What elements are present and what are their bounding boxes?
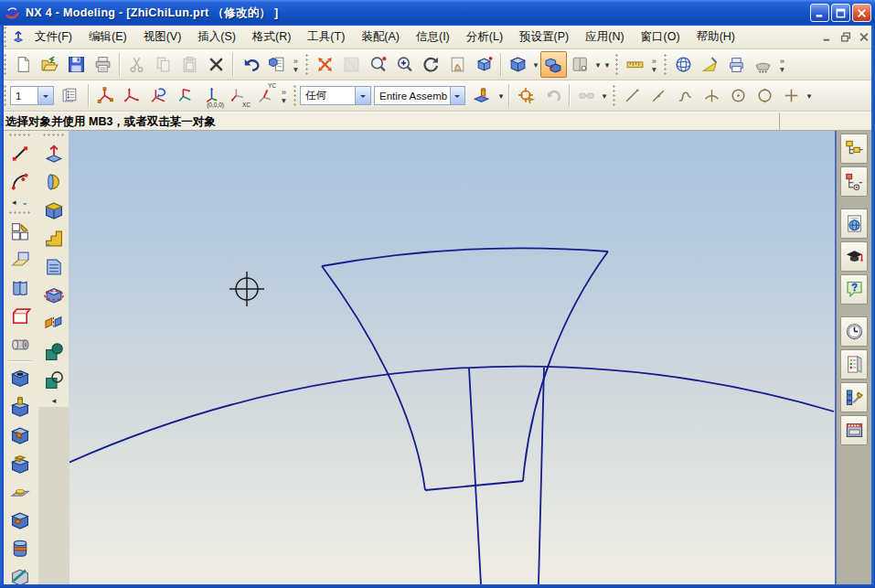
sketch-button[interactable] [5,217,35,245]
curve-radial_right[interactable] [539,368,544,584]
maximize-button[interactable] [831,4,850,22]
history-button[interactable] [840,316,868,347]
menu-item-preferences[interactable]: 预设置(P) [511,26,577,48]
view-toolbar-options[interactable]: ▾ [603,60,612,69]
block-button[interactable] [39,196,69,224]
curve-radial_center[interactable] [469,369,481,584]
assembly-context-dropdown[interactable]: ▾ [496,91,506,101]
menu-item-assemblies[interactable]: 装配(A) [353,26,408,48]
wcs-xc-button[interactable]: XC [225,82,251,109]
orient-view-dropdown[interactable]: ▾ [531,60,540,69]
split-body-button[interactable] [39,309,69,337]
new-button[interactable] [10,51,37,78]
menu-item-format[interactable]: 格式(R) [244,26,299,48]
fit-view-button[interactable] [312,51,338,78]
trim-body-button[interactable] [39,281,69,309]
toolbar-grip[interactable] [8,133,32,137]
instance-frame-button[interactable] [5,302,35,330]
visualize-ruler-button[interactable] [622,51,648,78]
menu-item-analysis[interactable]: 分析(L) [458,26,511,48]
orient-view-button[interactable] [505,51,531,78]
menu-item-window[interactable]: 窗口(O) [633,26,688,48]
combo-arrow-button[interactable] [355,87,370,104]
line-point-curve-button[interactable] [646,82,672,109]
shaded-view-button[interactable] [540,51,567,78]
circle-center-button[interactable] [725,82,752,109]
toolbar-overflow[interactable]: »▾ [278,88,290,104]
menu-item-file[interactable]: 文件(F) [27,26,80,48]
wcs-set-button[interactable] [172,82,198,109]
geometry-svg[interactable] [69,131,835,584]
collapse-left-icon[interactable]: ◂ [12,198,16,207]
boss-button[interactable] [5,392,35,421]
work-layer-combo[interactable]: 1 [10,86,54,105]
rotate-view-button[interactable] [418,51,444,78]
movie-window-button[interactable] [840,415,868,445]
toolbar-overflow[interactable]: »▾ [648,57,660,73]
web-browser-button[interactable] [840,208,868,239]
menu-item-information[interactable]: 信息(I) [408,26,458,48]
menu-item-insert[interactable]: 插入(S) [189,26,244,48]
toolbar-grip[interactable] [612,84,616,107]
curve-left_flank[interactable] [322,266,425,490]
collapse-left-icon[interactable]: ◂ [52,396,57,405]
unite-button[interactable] [39,337,69,366]
combo-arrow-button[interactable] [450,87,464,104]
perspective-button[interactable] [471,51,497,78]
interpart-dropdown[interactable]: ▾ [600,91,609,101]
toolbar-overflow[interactable]: »▾ [290,57,302,73]
revolve-button[interactable] [39,167,69,196]
line-curve-button[interactable] [619,82,646,109]
emboss-button[interactable] [5,506,35,534]
toolbar-overflow[interactable]: »▾ [776,57,788,73]
curve-pitch_arc[interactable] [69,367,834,463]
help-button[interactable] [840,274,868,305]
interpart-link-button[interactable] [573,82,600,109]
high-quality-image-button[interactable] [723,51,750,78]
mdi-restore-button[interactable] [838,30,853,44]
toolbar-collapse-controls[interactable]: ◂ [52,394,57,407]
arc-curve-button[interactable] [699,82,725,109]
zoom-box-button[interactable] [365,51,391,78]
menu-item-view[interactable]: 视图(V) [135,26,190,48]
layer-settings-button[interactable] [54,82,85,109]
wcs-rotate-button[interactable] [145,82,172,109]
menu-item-application[interactable]: 应用(N) [577,26,632,48]
combo-arrow-button[interactable] [37,87,53,104]
intersect-button[interactable] [39,366,69,394]
plateau-button[interactable] [5,477,35,506]
pocket-button[interactable] [5,421,35,449]
material-sphere-button[interactable] [670,51,697,78]
toolbar-grip[interactable] [304,53,309,76]
collapse-down-icon[interactable]: ⌄ [21,198,28,207]
clip-section-dropdown[interactable]: ▾ [593,60,603,69]
save-button[interactable] [63,51,90,78]
pad-button[interactable] [5,449,35,477]
line-tool-button[interactable] [5,139,35,167]
close-button[interactable] [852,4,871,22]
analysis-ship-button[interactable] [750,51,776,78]
cut-button[interactable] [123,51,150,78]
mdi-minimize-button[interactable] [819,30,835,44]
curve-toolbar-options[interactable]: ▾ [805,91,814,101]
deselect-last-button[interactable] [539,82,566,109]
hole-button[interactable] [5,364,35,392]
menu-item-edit[interactable]: 编辑(E) [80,26,135,48]
datum-csys-button[interactable] [5,273,35,302]
wcs-yc-button[interactable]: YC [251,82,278,109]
update-display-button[interactable] [338,51,365,78]
point-button[interactable] [778,82,805,109]
mdi-close-button[interactable] [856,30,871,44]
print-button[interactable] [90,51,116,78]
assembly-context-button[interactable] [465,82,496,109]
part-navigator-button[interactable] [840,166,868,197]
copy-button[interactable] [150,51,176,78]
measure-button[interactable] [697,51,723,78]
datum-plane-button[interactable] [5,245,35,273]
wcs-origin-button[interactable]: (0,0,0) [198,82,225,109]
toolbar-grip[interactable] [293,84,297,107]
arc-tool-button[interactable] [5,167,35,196]
circle-button[interactable] [752,82,778,109]
curve-root_line[interactable] [425,481,523,490]
undo-button[interactable] [237,51,263,78]
